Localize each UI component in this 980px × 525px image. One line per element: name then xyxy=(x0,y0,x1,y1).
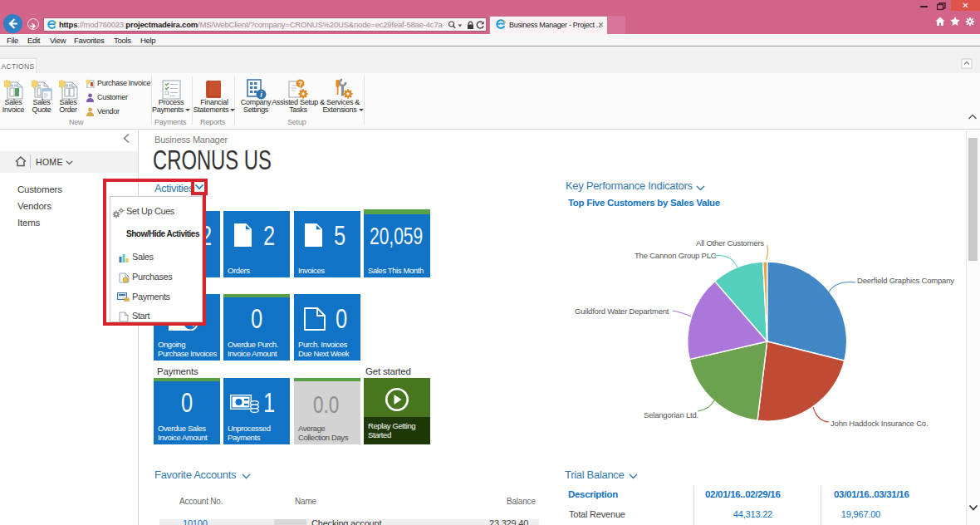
svg-text:Deerfield Graphics Company: Deerfield Graphics Company xyxy=(857,276,954,285)
svg-text:Guildford Water Department: Guildford Water Department xyxy=(575,307,669,316)
svg-text:John Haddock Insurance Co.: John Haddock Insurance Co. xyxy=(831,419,928,428)
svg-text:The Cannon Group PLC: The Cannon Group PLC xyxy=(635,251,717,260)
svg-text:?: ? xyxy=(298,80,302,88)
svg-text:All Other Customers: All Other Customers xyxy=(696,238,764,248)
svg-text:Selangorian Ltd.: Selangorian Ltd. xyxy=(644,410,698,420)
